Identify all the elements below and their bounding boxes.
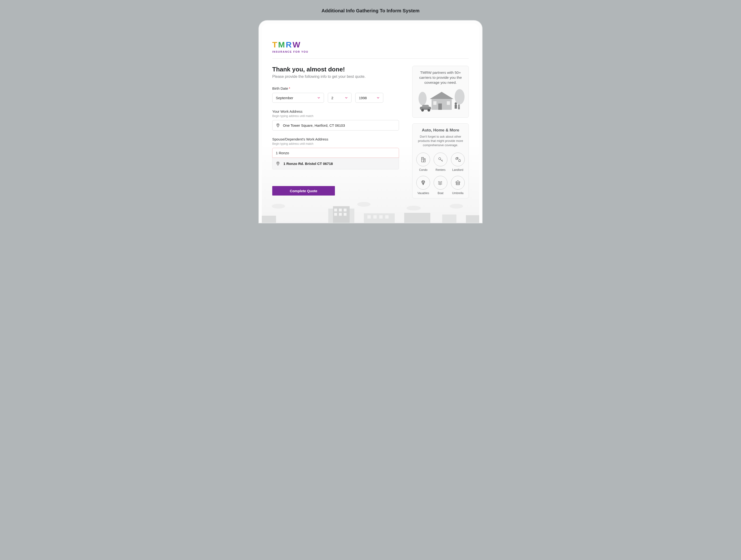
products-sub: Don't forget to ask about other products… <box>416 135 465 148</box>
svg-rect-44 <box>404 213 430 223</box>
svg-rect-33 <box>456 183 460 185</box>
svg-rect-51 <box>339 213 342 216</box>
product-renters[interactable]: Renters <box>433 153 448 171</box>
birth-day-value: 2 <box>331 96 333 100</box>
birth-date-row: September 2 1998 <box>272 93 399 103</box>
svg-rect-46 <box>466 215 479 223</box>
spouse-address-combobox: 1 Ronzo Rd. Bristol CT 06718 <box>272 148 399 169</box>
required-marker: * <box>289 86 290 90</box>
product-valuables[interactable]: Vauables <box>416 176 431 195</box>
map-pin-icon <box>276 161 280 166</box>
birth-month-value: September <box>276 96 293 100</box>
svg-rect-50 <box>334 213 337 216</box>
birth-month-select[interactable]: September <box>272 93 324 103</box>
product-renters-label: Renters <box>435 168 446 171</box>
svg-rect-43 <box>364 213 395 223</box>
page-title: Additional Info Gathering To Inform Syst… <box>0 8 741 13</box>
svg-rect-47 <box>334 209 337 211</box>
svg-rect-54 <box>374 215 377 219</box>
skyline-illustration <box>262 201 479 223</box>
svg-point-38 <box>407 206 421 210</box>
work-address-label: Your Work Address <box>272 110 399 114</box>
svg-point-2 <box>418 92 426 106</box>
garage-icon <box>455 180 461 186</box>
diamond-icon <box>420 180 426 186</box>
svg-rect-52 <box>344 213 346 216</box>
form-subheading: Please provide the following info to get… <box>272 74 399 79</box>
svg-rect-45 <box>442 214 456 223</box>
waves-icon <box>437 180 444 186</box>
birth-year-value: 1998 <box>359 96 367 100</box>
brand-wordmark: T M R W <box>272 40 469 49</box>
brand-letter-m: M <box>278 40 285 49</box>
svg-rect-40 <box>262 216 276 223</box>
device-screen: T M R W INSURANCE FOR YOU Thank you, alm… <box>262 23 479 223</box>
key-house-icon <box>455 156 461 163</box>
house-car-illustration <box>416 87 465 113</box>
svg-rect-6 <box>439 103 442 110</box>
product-boat-label: Boat <box>438 192 444 195</box>
birth-day-select[interactable]: 2 <box>328 93 351 103</box>
brand-logo: T M R W INSURANCE FOR YOU <box>272 40 469 53</box>
work-address-input[interactable]: One Tower Square, Hartford, CT 06103 <box>272 120 399 131</box>
svg-rect-10 <box>455 104 457 109</box>
svg-rect-42 <box>333 206 350 223</box>
product-boat[interactable]: Boat <box>433 176 448 195</box>
spouse-address-label: Spouse/Dependent's Work Address <box>272 137 399 141</box>
product-landlord-label: Landlord <box>452 168 463 171</box>
svg-rect-8 <box>447 101 450 104</box>
form-heading: Thank you, almost done! <box>272 66 399 73</box>
product-umbrella[interactable]: Umbrella <box>450 176 465 195</box>
svg-point-1 <box>277 162 278 163</box>
svg-point-15 <box>421 109 424 112</box>
page-title-bar: Additional Info Gathering To Inform Syst… <box>0 0 741 20</box>
device-frame: T M R W INSURANCE FOR YOU Thank you, alm… <box>259 20 482 223</box>
brand-tagline: INSURANCE FOR YOU <box>272 50 469 53</box>
svg-rect-41 <box>328 209 354 223</box>
work-address-hint: Begin typing address until match <box>272 114 399 118</box>
svg-marker-5 <box>430 92 454 99</box>
svg-point-36 <box>272 204 285 209</box>
svg-point-9 <box>455 102 457 104</box>
brand-letter-r: R <box>286 40 292 49</box>
spouse-address-suggestion[interactable]: 1 Ronzo Rd. Bristol CT 06718 <box>272 158 399 169</box>
svg-rect-12 <box>458 106 460 109</box>
products-card: Auto, Home & More Don't forget to ask ab… <box>412 123 469 199</box>
product-umbrella-label: Umbrella <box>452 192 464 195</box>
spouse-address-input[interactable] <box>272 148 399 158</box>
spouse-address-hint: Begin typing address until match <box>272 142 399 145</box>
building-icon <box>420 156 426 163</box>
complete-quote-button[interactable]: Complete Quote <box>272 186 335 196</box>
product-landlord[interactable]: Landlord <box>450 153 465 171</box>
divider <box>272 58 469 59</box>
product-valuables-label: Vauables <box>417 192 429 195</box>
svg-point-0 <box>277 124 278 125</box>
svg-point-3 <box>455 89 465 104</box>
svg-rect-48 <box>339 209 342 211</box>
birth-date-label: Birth Date* <box>272 86 399 90</box>
product-condo-label: Condo <box>419 168 427 171</box>
svg-rect-7 <box>433 101 436 104</box>
form-panel: Thank you, almost done! Please provide t… <box>272 66 399 196</box>
sidebar: TMRW partners with 50+ carriers to provi… <box>412 66 469 204</box>
chevron-down-icon <box>317 96 321 99</box>
product-condo[interactable]: Condo <box>416 153 431 171</box>
work-address-value: One Tower Square, Hartford, CT 06103 <box>283 123 345 127</box>
chevron-down-icon <box>345 96 348 99</box>
birth-year-select[interactable]: 1998 <box>355 93 383 103</box>
svg-point-39 <box>450 204 463 209</box>
brand-letter-t: T <box>272 40 277 49</box>
svg-point-11 <box>458 104 460 106</box>
svg-line-26 <box>442 160 443 161</box>
svg-rect-56 <box>385 215 389 219</box>
spouse-address-suggestion-text: 1 Ronzo Rd. Bristol CT 06718 <box>283 161 333 166</box>
key-icon <box>437 156 444 163</box>
chevron-down-icon <box>377 96 380 99</box>
brand-letter-w: W <box>293 40 300 49</box>
svg-rect-14 <box>422 105 429 108</box>
svg-point-16 <box>427 109 430 112</box>
svg-rect-49 <box>344 209 346 211</box>
map-pin-icon <box>276 123 280 128</box>
products-heading: Auto, Home & More <box>416 128 465 133</box>
partners-card: TMRW partners with 50+ carriers to provi… <box>412 66 469 118</box>
